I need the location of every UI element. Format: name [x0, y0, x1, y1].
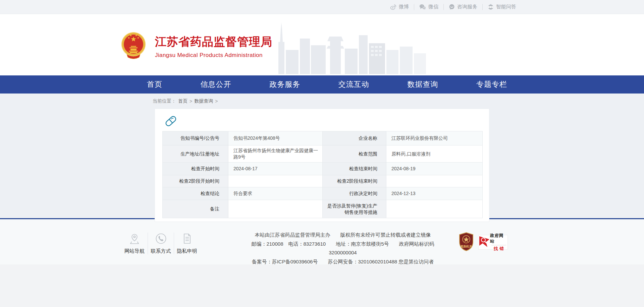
- qa-robot-icon: [488, 4, 494, 10]
- footer-badges: 党政机关 政府网站 找错: [458, 232, 508, 253]
- nav-item-gov-services[interactable]: 政务服务: [269, 75, 300, 94]
- footer-link-privacy[interactable]: 隐私申明: [174, 233, 200, 254]
- field-label: 检查2阶段结束时间: [323, 175, 386, 187]
- footer-link-sitemap[interactable]: 网站导航: [121, 233, 148, 254]
- phone-icon: [148, 233, 174, 245]
- consult-icon: [449, 4, 455, 10]
- topbar-item-label: 微信: [428, 4, 438, 10]
- topbar-item-consult[interactable]: 咨询服务: [443, 4, 482, 10]
- topbar-item-weibo[interactable]: 微博: [385, 4, 414, 10]
- field-value: 2024-08-17: [228, 163, 323, 175]
- field-label: 检查结束时间: [323, 163, 386, 175]
- pill-icon: [164, 115, 482, 127]
- field-value: [386, 200, 483, 218]
- field-value: 江苏省扬州市扬州生物健康产业园健康一路9号: [228, 145, 323, 163]
- wechat-icon: [419, 4, 426, 10]
- field-label: 生产地址/注册地址: [163, 145, 228, 163]
- detail-panel: 告知书编号/公告号 告知书2024年第408号 企业名称 江苏联环药业股份有限公…: [155, 109, 489, 222]
- footer-link-label: 联系方式: [148, 248, 174, 254]
- page: 微博 微信: [0, 0, 644, 307]
- footer-link-label: 隐私申明: [174, 248, 200, 254]
- field-label: 备注: [163, 200, 228, 218]
- website-error-report-badge[interactable]: 政府网站 找错: [478, 235, 508, 250]
- nav-item-home[interactable]: 首页: [147, 75, 162, 94]
- field-value: 告知书2024年第408号: [228, 131, 323, 145]
- field-value: [228, 200, 323, 218]
- nav-item-info-disclosure[interactable]: 信息公开: [201, 75, 231, 94]
- badge-zc-bottom-label: 找错: [494, 246, 505, 252]
- inspection-detail-table: 告知书编号/公告号 告知书2024年第408号 企业名称 江苏联环药业股份有限公…: [162, 131, 483, 218]
- field-value: 原料药,口服溶液剂: [386, 145, 483, 163]
- badge-zc-top-label: 政府网站: [490, 233, 507, 244]
- table-row: 检查2阶段开始时间 检查2阶段结束时间: [163, 175, 483, 187]
- nav-item-special-topics[interactable]: 专题专栏: [476, 75, 507, 94]
- city-skyline-art: [268, 18, 426, 75]
- field-value: 2024-08-19: [386, 163, 483, 175]
- breadcrumb-link-data-query[interactable]: 数据查询: [194, 98, 213, 104]
- field-value: [228, 175, 323, 187]
- main-nav: 首页 信息公开 政务服务 交流互动 数据查询 专题专栏: [0, 75, 644, 94]
- field-label: 检查开始时间: [163, 163, 228, 175]
- brand[interactable]: 江苏省药品监督管理局 Jiangsu Medical Products Admi…: [121, 31, 272, 62]
- footer: 网站导航 联系方式: [0, 219, 644, 264]
- topbar-item-qa[interactable]: 智能问答: [482, 4, 521, 10]
- topbar-item-label: 微博: [399, 4, 409, 10]
- site-header: 江苏省药品监督管理局 Jiangsu Medical Products Admi…: [0, 14, 644, 75]
- nav-item-interaction[interactable]: 交流互动: [338, 75, 369, 94]
- field-label: 告知书编号/公告号: [163, 131, 228, 145]
- footer-link-contact[interactable]: 联系方式: [148, 233, 174, 254]
- field-label: 检查2阶段开始时间: [163, 175, 228, 187]
- table-row: 告知书编号/公告号 告知书2024年第408号 企业名称 江苏联环药业股份有限公…: [163, 131, 483, 145]
- breadcrumb-separator: >: [190, 99, 192, 104]
- shield-badge-label: 党政机关: [460, 245, 472, 248]
- field-label: 是否涉及暂停(恢复)生产销售使用等措施: [323, 200, 386, 218]
- nav-item-data-query[interactable]: 数据查询: [407, 75, 438, 94]
- field-value: 符合要求: [228, 187, 323, 200]
- topbar-item-wechat[interactable]: 微信: [414, 4, 443, 10]
- table-row: 生产地址/注册地址 江苏省扬州市扬州生物健康产业园健康一路9号 检查范围 原料药…: [163, 145, 483, 163]
- field-label: 行政决定时间: [323, 187, 386, 200]
- page-bottom-filler: [0, 264, 644, 307]
- field-label: 企业名称: [323, 131, 386, 145]
- topbar-item-label: 智能问答: [496, 4, 516, 10]
- field-value: 江苏联环药业股份有限公司: [386, 131, 483, 145]
- table-row: 检查结论 符合要求 行政决定时间 2024-12-13: [163, 187, 483, 200]
- footer-text: 本站由江苏省药品监督管理局主办 版权所有未经许可禁止转载或者建立镜像 邮编：21…: [239, 231, 447, 266]
- error-finder-magnifier-icon: [479, 235, 490, 249]
- table-row: 备注 是否涉及暂停(恢复)生产销售使用等措施: [163, 200, 483, 218]
- field-label: 检查结论: [163, 187, 228, 200]
- field-value: 2024-12-13: [386, 187, 483, 200]
- footer-line-contact: 邮编：210008 电话：83273610 地址：南京市鼓楼街5号 政府网站标识…: [239, 240, 447, 257]
- table-row: 检查开始时间 2024-08-17 检查结束时间 2024-08-19: [163, 163, 483, 175]
- field-label: 检查范围: [323, 145, 386, 163]
- footer-links: 网站导航 联系方式: [121, 233, 200, 254]
- weibo-icon: [390, 4, 396, 10]
- topbar: 微博 微信: [0, 0, 644, 14]
- sitemap-pin-icon: [121, 233, 148, 245]
- party-gov-shield-badge[interactable]: 党政机关: [458, 232, 474, 253]
- topbar-item-label: 咨询服务: [457, 4, 477, 10]
- site-subtitle: Jiangsu Medical Products Administration: [155, 52, 272, 59]
- privacy-doc-icon: [174, 233, 200, 245]
- breadcrumb-prefix: 当前位置：: [153, 98, 176, 104]
- content-area: 当前位置： 首页 > 数据查询 >: [0, 94, 644, 218]
- footer-line-icp: 备案号：苏ICP备09039606号 苏公网安备：32010602010488 …: [239, 257, 447, 266]
- national-emblem-logo: [121, 31, 146, 62]
- breadcrumb-separator: >: [215, 99, 218, 104]
- field-value: [386, 175, 483, 187]
- badge-zc-divider: [491, 245, 506, 245]
- site-title: 江苏省药品监督管理局: [155, 34, 272, 50]
- footer-line-host: 本站由江苏省药品监督管理局主办 版权所有未经许可禁止转载或者建立镜像: [239, 231, 447, 240]
- breadcrumb: 当前位置： 首页 > 数据查询 >: [121, 94, 523, 109]
- footer-link-label: 网站导航: [121, 248, 148, 254]
- breadcrumb-link-home[interactable]: 首页: [178, 98, 187, 104]
